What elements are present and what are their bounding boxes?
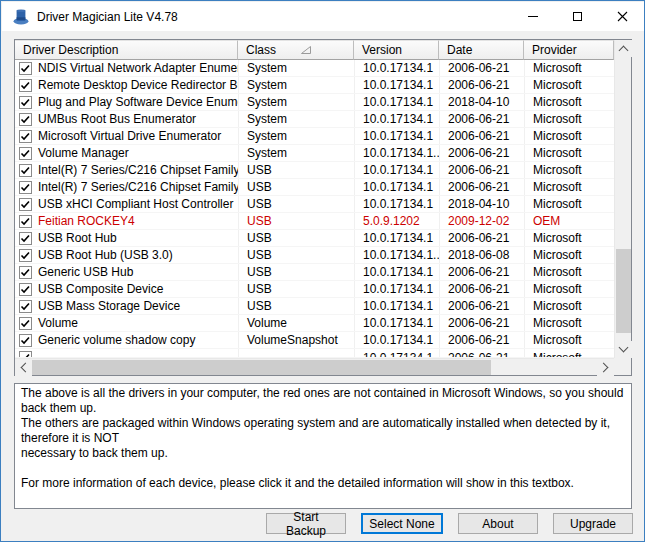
row-checkbox[interactable]: [19, 62, 32, 75]
driver-provider-cell: Microsoft: [524, 128, 614, 144]
driver-class-cell: System: [238, 94, 354, 110]
driver-description-cell: Plug and Play Software Device Enumerator: [15, 95, 238, 109]
driver-description-text: USB Mass Storage Device: [38, 299, 180, 313]
driver-row[interactable]: NDIS Virtual Network Adapter EnumeratorS…: [15, 60, 614, 77]
driver-description-cell: Volume Manager: [15, 146, 238, 160]
driver-date-cell: 2006-06-21: [439, 128, 524, 144]
column-header-provider[interactable]: Provider: [524, 40, 614, 60]
select-none-button[interactable]: Select None: [361, 513, 443, 534]
row-checkbox[interactable]: [19, 96, 32, 109]
driver-row[interactable]: USB Root HubUSB10.0.17134.12006-06-21Mic…: [15, 230, 614, 247]
driver-provider-cell: OEM: [524, 213, 614, 229]
row-checkbox[interactable]: [19, 79, 32, 92]
driver-provider-cell: Microsoft: [524, 332, 614, 348]
upgrade-button[interactable]: Upgrade: [553, 513, 633, 534]
app-window: Driver Magician Lite V4.78 Driver Descri…: [0, 0, 645, 542]
sort-ascending-icon: [300, 45, 312, 55]
driver-description-text: Plug and Play Software Device Enumerator: [38, 95, 238, 109]
column-header-class[interactable]: Class: [238, 40, 354, 60]
row-checkbox[interactable]: [19, 198, 32, 211]
scroll-down-button[interactable]: [615, 341, 632, 358]
driver-date-cell: 2018-06-08: [439, 247, 524, 263]
driver-provider-cell: Microsoft: [524, 145, 614, 161]
column-header-version[interactable]: Version: [354, 40, 439, 60]
driver-date-cell: 2018-04-10: [439, 196, 524, 212]
driver-row[interactable]: USB Mass Storage DeviceUSB10.0.17134.120…: [15, 298, 614, 315]
row-checkbox[interactable]: [19, 283, 32, 296]
driver-row[interactable]: VolumeVolume10.0.17134.12006-06-21Micros…: [15, 315, 614, 332]
driver-provider-cell: Microsoft: [524, 77, 614, 93]
maximize-button[interactable]: [555, 2, 600, 31]
driver-class-cell: USB: [238, 264, 354, 280]
driver-provider-cell: Microsoft: [524, 298, 614, 314]
row-checkbox[interactable]: [19, 181, 32, 194]
driver-row[interactable]: USB Root Hub (USB 3.0)USB10.0.17134.1...…: [15, 247, 614, 264]
driver-date-cell: 2006-06-21: [439, 179, 524, 195]
driver-version-cell: 10.0.17134.1: [354, 264, 439, 280]
driver-row[interactable]: Generic USB HubUSB10.0.17134.12006-06-21…: [15, 264, 614, 281]
driver-row[interactable]: Generic volume shadow copyVolumeSnapshot…: [15, 332, 614, 349]
scroll-up-button[interactable]: [615, 40, 632, 57]
scrollbar-corner: [614, 358, 631, 375]
start-backup-button[interactable]: Start Backup: [266, 513, 346, 534]
driver-version-cell: 10.0.17134.1: [354, 77, 439, 93]
vertical-scrollbar[interactable]: [614, 40, 631, 358]
driver-row[interactable]: USB xHCI Compliant Host ControllerUSB10.…: [15, 196, 614, 213]
row-checkbox[interactable]: [19, 351, 32, 358]
row-checkbox[interactable]: [19, 147, 32, 160]
driver-class-cell: System: [238, 128, 354, 144]
titlebar: Driver Magician Lite V4.78: [2, 2, 645, 31]
driver-version-cell: 10.0.17134.1: [354, 298, 439, 314]
driver-row[interactable]: Plug and Play Software Device Enumerator…: [15, 94, 614, 111]
driver-list: Driver Description Class Version Date Pr…: [14, 39, 632, 376]
driver-row[interactable]: Remote Desktop Device Redirector BusSyst…: [15, 77, 614, 94]
driver-row[interactable]: Volume ManagerSystem10.0.17134.1...2006-…: [15, 145, 614, 162]
driver-class-cell: USB: [238, 247, 354, 263]
minimize-icon: [528, 16, 538, 17]
driver-description-cell: Generic volume shadow copy: [15, 333, 238, 347]
driver-description-text: Intel(R) 7 Series/C216 Chipset Family US…: [38, 163, 238, 177]
driver-table-body: NDIS Virtual Network Adapter EnumeratorS…: [15, 60, 614, 358]
column-header-date[interactable]: Date: [439, 40, 524, 60]
driver-row[interactable]: UMBus Root Bus EnumeratorSystem10.0.1713…: [15, 111, 614, 128]
row-checkbox[interactable]: [19, 317, 32, 330]
driver-provider-cell: Microsoft: [524, 111, 614, 127]
row-checkbox[interactable]: [19, 113, 32, 126]
driver-class-cell: System: [238, 111, 354, 127]
driver-provider-cell: Microsoft: [524, 247, 614, 263]
driver-row[interactable]: Intel(R) 7 Series/C216 Chipset Family US…: [15, 179, 614, 196]
driver-description-cell: USB xHCI Compliant Host Controller: [15, 197, 238, 211]
about-button[interactable]: About: [458, 513, 538, 534]
row-checkbox[interactable]: [19, 215, 32, 228]
driver-version-cell: 10.0.17134.1: [354, 281, 439, 297]
scroll-left-button[interactable]: [15, 359, 32, 376]
driver-class-cell: USB: [238, 162, 354, 178]
scroll-right-button[interactable]: [597, 359, 614, 376]
driver-row[interactable]: Intel(R) 7 Series/C216 Chipset Family US…: [15, 162, 614, 179]
info-textbox[interactable]: The above is all the drivers in your com…: [14, 383, 632, 509]
driver-description-text: USB Root Hub (USB 3.0): [38, 248, 173, 262]
row-checkbox[interactable]: [19, 249, 32, 262]
close-button[interactable]: [600, 2, 645, 31]
driver-class-cell: System: [238, 77, 354, 93]
driver-row[interactable]: Feitian ROCKEY4USB5.0.9.12022009-12-02OE…: [15, 213, 614, 230]
horizontal-scrollbar-thumb[interactable]: [32, 360, 491, 375]
driver-date-cell: 2006-06-21: [439, 77, 524, 93]
row-checkbox[interactable]: [19, 232, 32, 245]
minimize-button[interactable]: [510, 2, 555, 31]
row-checkbox[interactable]: [19, 164, 32, 177]
driver-row[interactable]: USB Composite DeviceUSB10.0.17134.12006-…: [15, 281, 614, 298]
row-checkbox[interactable]: [19, 300, 32, 313]
row-checkbox[interactable]: [19, 334, 32, 347]
driver-class-cell: System: [238, 145, 354, 161]
driver-row[interactable]: Microsoft Virtual Drive EnumeratorSystem…: [15, 128, 614, 145]
driver-row-partial[interactable]: 10.0.17134.12006-06-21Microsoft: [15, 349, 614, 358]
horizontal-scrollbar[interactable]: [15, 358, 614, 375]
driver-date-cell: 2006-06-21: [439, 230, 524, 246]
driver-provider-cell: Microsoft: [524, 179, 614, 195]
vertical-scrollbar-thumb[interactable]: [616, 249, 631, 333]
row-checkbox[interactable]: [19, 130, 32, 143]
row-checkbox[interactable]: [19, 266, 32, 279]
column-header-driver-description[interactable]: Driver Description: [15, 40, 238, 60]
driver-date-cell: 2006-06-21: [439, 60, 524, 76]
